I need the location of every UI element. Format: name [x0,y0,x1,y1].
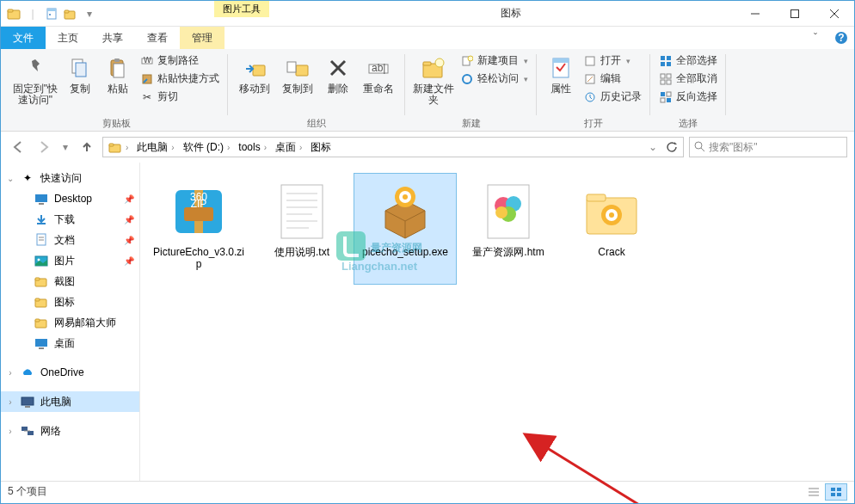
sidebar-item-pictures[interactable]: 图片📌 [1,250,139,271]
breadcrumb-item[interactable]: 此电脑› [133,140,179,155]
refresh-icon[interactable] [662,137,681,157]
svg-rect-82 [281,185,323,238]
edit-icon [583,72,597,86]
sidebar-this-pc[interactable]: ›此电脑 [1,391,139,412]
status-bar: 5 个项目 [1,481,854,501]
svg-line-55 [701,148,704,151]
breadcrumb-item[interactable]: tools› [235,141,272,153]
minimize-button[interactable] [735,1,775,26]
breadcrumb-item[interactable]: 桌面› [272,140,307,155]
new-item-button[interactable]: 新建项目▾ [457,52,532,69]
select-all-button[interactable]: 全部选择 [655,52,721,69]
breadcrumb-item[interactable]: 图标 [307,140,335,155]
maximize-button[interactable] [775,1,815,26]
edit-button[interactable]: 编辑 [580,71,645,87]
tab-share[interactable]: 共享 [90,27,135,49]
properties-icon [547,54,575,82]
file-item[interactable]: Crack [560,173,663,285]
rename-button[interactable]: ab|重命名 [357,51,400,95]
file-list[interactable]: 360ZIPPictureEcho_v3.0.zip使用说明.txtpicech… [140,163,854,481]
copy-to-button[interactable]: 复制到 [276,51,319,95]
sidebar-item-downloads[interactable]: 下载📌 [1,209,139,230]
svg-rect-51 [667,98,671,102]
qat-dropdown-icon[interactable]: ▾ [80,4,99,23]
svg-point-99 [609,212,614,218]
open-icon [583,54,597,68]
ribbon: 固定到"快速访问" 复制 粘贴 w复制路径 粘贴快捷方式 ✂剪切 剪贴板 移动到… [1,49,854,132]
file-item[interactable]: picecho_setup.exe [354,173,457,285]
sidebar-quick-access[interactable]: ⌄✦快速访问 [1,168,139,188]
copy-button[interactable]: 复制 [61,51,99,95]
file-item[interactable]: 使用说明.txt [250,173,354,285]
tab-view[interactable]: 查看 [135,27,180,49]
easy-access-button[interactable]: 轻松访问▾ [457,71,532,87]
ribbon-collapse-icon[interactable]: ˇ [803,27,828,49]
move-to-button[interactable]: 移动到 [233,51,276,95]
address-dropdown-icon[interactable]: ⌄ [643,137,662,157]
svg-rect-23 [287,62,296,72]
folder-icon: › [105,141,133,153]
tab-manage[interactable]: 管理 [180,27,225,49]
sidebar-network[interactable]: ›网络 [1,421,139,441]
open-button[interactable]: 打开▾ [580,52,645,69]
new-folder-icon[interactable] [61,4,80,23]
folder-icon [34,315,49,330]
breadcrumb-item[interactable]: 软件 (D:)› [180,140,236,155]
tab-file[interactable]: 文件 [1,27,46,49]
group-label-organize: 组织 [233,117,400,131]
pin-to-quick-access-button[interactable]: 固定到"快速访问" [9,51,61,106]
group-label-new: 新建 [410,117,532,131]
up-button[interactable] [77,137,97,157]
svg-point-33 [463,75,471,83]
paste-shortcut-button[interactable]: 粘贴快捷方式 [137,71,223,87]
file-item[interactable]: 360ZIPPictureEcho_v3.0.zip [147,173,250,285]
new-folder-button[interactable]: 新建文件夹 [410,51,457,106]
invert-selection-button[interactable]: 反向选择 [655,89,721,105]
file-label: 量产资源网.htm [469,244,547,260]
folder-icon [34,274,49,289]
ribbon-tabs: 文件 主页 共享 查看 管理 ˇ ? [1,27,854,49]
sidebar-item-netease[interactable]: 网易邮箱大师 [1,312,139,333]
network-icon [20,423,35,439]
sidebar-onedrive[interactable]: ›OneDrive [1,362,139,383]
sidebar-item-screenshots[interactable]: 截图 [1,271,139,292]
search-input[interactable]: 搜索"图标" [689,137,847,157]
icons-view-button[interactable] [825,483,847,501]
cut-button[interactable]: ✂剪切 [137,89,223,105]
delete-icon [324,54,352,82]
delete-button[interactable]: 删除 [319,51,357,95]
file-item[interactable]: 量产资源网.htm [457,173,560,285]
svg-point-94 [495,206,507,218]
folder-icon [34,191,49,206]
history-button[interactable]: 历史记录 [580,89,645,105]
folder-icon[interactable] [4,4,23,23]
tab-home[interactable]: 主页 [46,27,90,49]
recent-dropdown-icon[interactable]: ▾ [59,137,71,157]
paste-button[interactable]: 粘贴 [99,51,137,95]
properties-icon[interactable] [42,4,61,23]
sidebar-item-desktop2[interactable]: 桌面 [1,333,139,353]
svg-rect-48 [661,92,665,96]
address-bar[interactable]: › 此电脑› 软件 (D:)› tools› 桌面› 图标 ⌄ [102,137,684,157]
sidebar-item-icons[interactable]: 图标 [1,292,139,312]
back-button[interactable] [8,137,28,157]
svg-rect-107 [837,493,841,496]
help-icon[interactable]: ? [828,27,854,49]
star-icon: ✦ [20,170,35,186]
copy-path-button[interactable]: w复制路径 [137,52,223,69]
pin-icon: 📌 [124,215,134,224]
select-none-button[interactable]: 全部取消 [655,71,721,87]
svg-rect-50 [661,98,665,102]
properties-button[interactable]: 属性 [542,51,580,95]
close-button[interactable] [815,1,854,26]
forward-button[interactable] [34,137,54,157]
details-view-button[interactable] [803,483,825,501]
svg-text:ab|: ab| [372,62,385,74]
path-icon: w [140,54,154,68]
cloud-icon [20,365,35,380]
sidebar-item-desktop[interactable]: Desktop📌 [1,188,139,209]
file-label: PictureEcho_v3.0.zip [148,244,249,273]
pc-icon [20,394,35,409]
sidebar-item-documents[interactable]: 文档📌 [1,230,139,250]
svg-rect-6 [65,10,69,13]
